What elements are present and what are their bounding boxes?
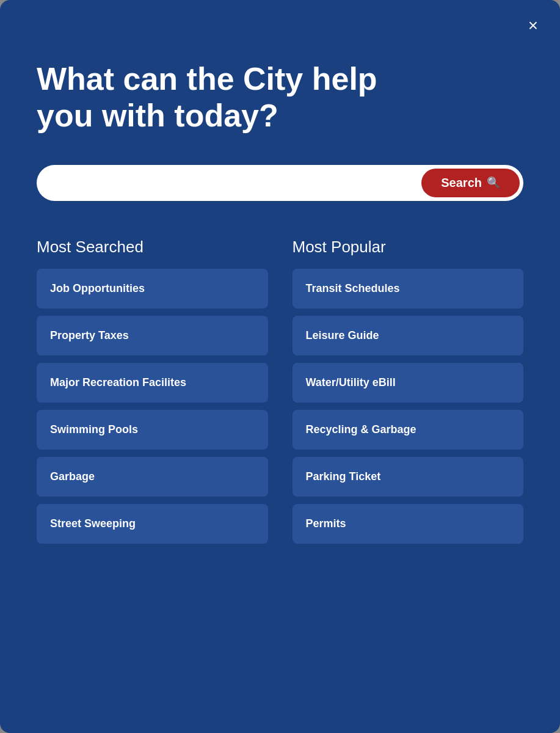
- list-item[interactable]: Water/Utility eBill: [293, 363, 524, 403]
- most-popular-title: Most Popular: [293, 238, 524, 257]
- list-item[interactable]: Leisure Guide: [293, 316, 524, 356]
- headline: What can the City help you with today?: [37, 61, 434, 134]
- most-searched-title: Most Searched: [37, 238, 268, 257]
- search-bar: Search 🔍: [37, 165, 523, 201]
- columns: Most Searched Job OpportunitiesProperty …: [37, 238, 523, 696]
- list-item[interactable]: Recycling & Garbage: [293, 410, 524, 450]
- list-item[interactable]: Swimming Pools: [37, 410, 268, 450]
- close-button[interactable]: ×: [528, 17, 538, 34]
- list-item[interactable]: Transit Schedules: [293, 269, 524, 308]
- list-item[interactable]: Major Recreation Facilites: [37, 363, 268, 403]
- most-searched-list: Job OpportunitiesProperty TaxesMajor Rec…: [37, 269, 268, 544]
- most-popular-column: Most Popular Transit SchedulesLeisure Gu…: [293, 238, 524, 696]
- search-button[interactable]: Search 🔍: [421, 169, 520, 197]
- modal: × What can the City help you with today?…: [0, 0, 560, 733]
- list-item[interactable]: Parking Ticket: [293, 457, 524, 497]
- search-input[interactable]: [49, 171, 421, 195]
- most-popular-list: Transit SchedulesLeisure GuideWater/Util…: [293, 269, 524, 544]
- search-icon: 🔍: [487, 176, 500, 189]
- most-searched-column: Most Searched Job OpportunitiesProperty …: [37, 238, 268, 696]
- list-item[interactable]: Street Sweeping: [37, 504, 268, 544]
- list-item[interactable]: Property Taxes: [37, 316, 268, 356]
- list-item[interactable]: Garbage: [37, 457, 268, 497]
- search-button-label: Search: [441, 176, 482, 190]
- list-item[interactable]: Permits: [293, 504, 524, 544]
- list-item[interactable]: Job Opportunities: [37, 269, 268, 308]
